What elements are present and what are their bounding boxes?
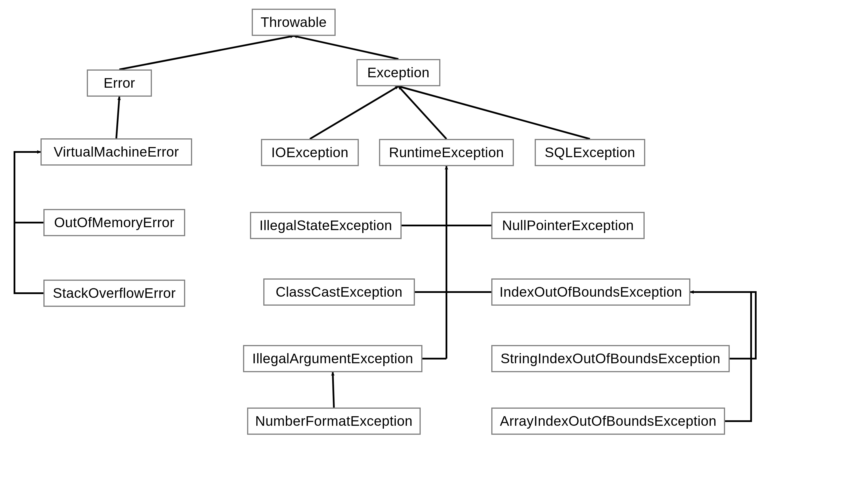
node-indexout: IndexOutOfBoundsException [491, 278, 690, 306]
node-illegalarg: IllegalArgumentException [243, 345, 423, 372]
node-illegalstate: IllegalStateException [250, 212, 402, 239]
node-error: Error [87, 69, 152, 97]
node-numberformat: NumberFormatException [247, 408, 421, 435]
node-classcast: ClassCastException [263, 278, 415, 306]
node-nullpointer: NullPointerException [491, 212, 645, 239]
node-stringindex: StringIndexOutOfBoundsException [491, 345, 730, 372]
diagram-canvas: ThrowableErrorExceptionVirtualMachineErr… [0, 0, 868, 477]
node-outofmemory: OutOfMemoryError [43, 209, 185, 236]
node-vmerror: VirtualMachineError [40, 138, 192, 166]
node-runtime: RuntimeException [379, 139, 514, 166]
node-exception: Exception [356, 59, 440, 86]
node-sqlexception: SQLException [535, 139, 645, 166]
node-stackoverflow: StackOverflowError [43, 279, 185, 307]
node-arrayindex: ArrayIndexOutOfBoundsException [491, 408, 725, 435]
node-throwable: Throwable [252, 9, 336, 36]
node-ioexception: IOException [261, 139, 359, 166]
